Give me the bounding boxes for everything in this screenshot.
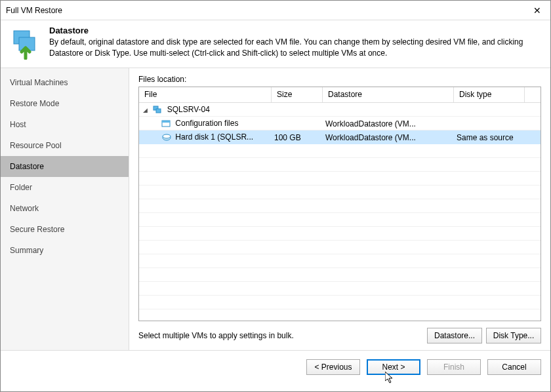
- files-location-label: Files location:: [138, 75, 541, 84]
- sidebar-item-network[interactable]: Network: [1, 198, 129, 219]
- tree-collapse-icon[interactable]: ◢: [143, 107, 150, 113]
- column-header-disktype[interactable]: Disk type: [454, 87, 525, 102]
- cell-file: Hard disk 1 (SQLSR...: [175, 132, 253, 142]
- page-title: Datastore: [49, 26, 542, 35]
- svg-rect-3: [156, 109, 161, 113]
- bottom-controls: Select multiple VMs to apply settings in…: [138, 328, 541, 343]
- column-header-size[interactable]: Size: [272, 87, 323, 102]
- disk-icon: [161, 133, 172, 142]
- cell-disktype: Same as source: [454, 133, 525, 142]
- finish-button: Finish: [427, 359, 481, 375]
- datastore-button[interactable]: Datastore...: [427, 328, 482, 343]
- sidebar-item-virtual-machines[interactable]: Virtual Machines: [1, 72, 129, 93]
- table-header: File Size Datastore Disk type: [139, 87, 541, 103]
- window-title: Full VM Restore: [6, 6, 62, 15]
- page-description: By default, original datastore and disk …: [49, 37, 542, 59]
- disk-type-button[interactable]: Disk Type...: [486, 328, 541, 343]
- svg-point-7: [163, 134, 171, 138]
- cell-datastore: WorkloadDatastore (VM...: [323, 133, 454, 142]
- table-row[interactable]: ◢ SQLSRV-04: [139, 103, 541, 117]
- svg-rect-5: [162, 121, 170, 123]
- bulk-hint: Select multiple VMs to apply settings in…: [138, 331, 294, 340]
- cancel-button[interactable]: Cancel: [487, 359, 541, 375]
- sidebar-item-secure-restore[interactable]: Secure Restore: [1, 219, 129, 240]
- previous-button[interactable]: < Previous: [306, 359, 360, 375]
- titlebar: Full VM Restore ✕: [1, 1, 550, 20]
- main-panel: Files location: File Size Datastore Disk…: [129, 68, 550, 350]
- sidebar-item-restore-mode[interactable]: Restore Mode: [1, 93, 129, 114]
- cell-size: 100 GB: [272, 133, 323, 142]
- next-button[interactable]: Next >: [367, 359, 420, 375]
- datastore-icon: [10, 28, 41, 60]
- action-buttons: Datastore... Disk Type...: [427, 328, 541, 343]
- sidebar-item-summary[interactable]: Summary: [1, 240, 129, 261]
- wizard-header: Datastore By default, original datastore…: [1, 20, 550, 68]
- wizard-footer: < Previous Next > Finish Cancel: [1, 350, 550, 383]
- column-header-datastore[interactable]: Datastore: [323, 87, 454, 102]
- cell-file: SQLSRV-04: [167, 105, 210, 114]
- table-row[interactable]: Hard disk 1 (SQLSR... 100 GB WorkloadDat…: [139, 130, 541, 144]
- close-button[interactable]: ✕: [524, 1, 550, 20]
- content-area: Virtual Machines Restore Mode Host Resou…: [1, 68, 550, 350]
- sidebar-item-host[interactable]: Host: [1, 114, 129, 135]
- sidebar-item-folder[interactable]: Folder: [1, 177, 129, 198]
- files-table: File Size Datastore Disk type ◢ SQLSRV-0…: [138, 87, 541, 321]
- table-row[interactable]: Configuration files WorkloadDatastore (V…: [139, 117, 541, 130]
- table-body: ◢ SQLSRV-04 Configur: [139, 103, 541, 321]
- sidebar-item-datastore[interactable]: Datastore: [1, 156, 129, 177]
- column-header-file[interactable]: File: [139, 87, 272, 102]
- header-text-block: Datastore By default, original datastore…: [49, 26, 542, 60]
- cell-datastore: WorkloadDatastore (VM...: [323, 119, 454, 128]
- close-icon: ✕: [533, 5, 541, 16]
- vm-icon: [153, 106, 163, 115]
- sidebar-item-resource-pool[interactable]: Resource Pool: [1, 135, 129, 156]
- wizard-steps-sidebar: Virtual Machines Restore Mode Host Resou…: [1, 68, 129, 350]
- config-icon: [161, 119, 172, 128]
- cell-file: Configuration files: [175, 119, 238, 128]
